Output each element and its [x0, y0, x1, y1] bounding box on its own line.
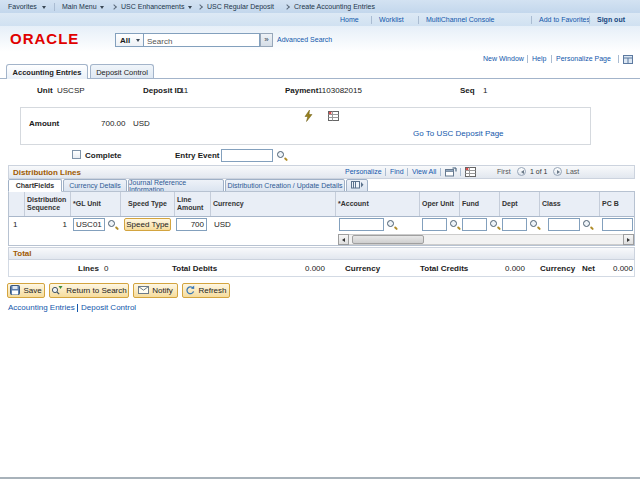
sign-out-link[interactable]: Sign out	[597, 16, 625, 23]
prev-row-icon[interactable]	[517, 167, 526, 176]
footer-deposit-control-link[interactable]: Deposit Control	[81, 303, 136, 312]
search-placeholder: Search	[147, 36, 172, 47]
unit-value: USCSP	[57, 86, 85, 95]
multichannel-console-link[interactable]: MultiChannel Console	[426, 16, 494, 23]
total-debits-label: Total Debits	[172, 264, 217, 273]
dropdown-caret-icon[interactable]	[188, 6, 192, 9]
save-button[interactable]: Save	[7, 283, 45, 298]
return-to-search-button[interactable]: Return to Search	[49, 283, 129, 298]
nav-first-label[interactable]: First	[497, 168, 511, 175]
scroll-left-button[interactable]	[338, 234, 349, 245]
grid-tab-label: Currency Details	[69, 182, 121, 189]
distribution-grid: Distribution Sequence *GL Unit Speed Typ…	[8, 191, 635, 246]
amount-label: Amount	[29, 119, 59, 128]
tab-deposit-control[interactable]: Deposit Control	[90, 64, 154, 79]
refresh-button[interactable]: Refresh	[182, 283, 230, 298]
dept-input[interactable]	[502, 218, 527, 231]
col-rownum	[9, 192, 25, 216]
layout-grid-icon[interactable]	[623, 55, 633, 66]
nav-last-label[interactable]: Last	[566, 168, 579, 175]
breadcrumb-current-page: Create Accounting Entries	[294, 3, 375, 10]
lines-value: 0	[104, 264, 108, 273]
pc-bus-unit-input[interactable]	[602, 218, 633, 231]
search-go-button[interactable]: »	[260, 33, 273, 47]
lookup-icon[interactable]	[489, 219, 500, 230]
col-line-amount: Line Amount	[175, 192, 211, 216]
lookup-icon[interactable]	[107, 219, 118, 230]
col-currency: Currency	[211, 192, 336, 216]
col-fund: Fund	[460, 192, 500, 216]
search-scope-dropdown[interactable]: All	[115, 33, 144, 47]
scroll-right-button[interactable]	[623, 234, 634, 245]
popup-window-icon[interactable]	[445, 167, 457, 179]
divider	[371, 16, 372, 24]
view-all-link[interactable]: View All	[412, 168, 436, 175]
speed-type-button[interactable]: Speed Type	[124, 218, 171, 231]
fund-input[interactable]	[462, 218, 487, 231]
account-input[interactable]	[339, 218, 384, 231]
payment-value: 1103082015	[318, 86, 362, 95]
complete-label: Complete	[85, 151, 121, 160]
complete-checkbox[interactable]	[72, 150, 81, 159]
seq-value: 1	[483, 86, 487, 95]
gl-unit-input[interactable]: USC01	[73, 218, 105, 231]
row-currency-value: USD	[214, 220, 231, 229]
worklist-link[interactable]: Worklist	[379, 16, 404, 23]
oper-unit-input[interactable]	[422, 218, 447, 231]
advanced-search-link[interactable]: Advanced Search	[277, 36, 332, 43]
window-bottom-edge	[0, 477, 640, 479]
download-grid-icon[interactable]	[465, 167, 476, 179]
nav-position: 1 of 1	[530, 168, 548, 175]
col-dept: Dept	[500, 192, 540, 216]
dropdown-caret-icon[interactable]	[42, 6, 46, 9]
show-all-columns-icon	[351, 181, 364, 190]
entry-event-input[interactable]	[221, 149, 273, 162]
find-link[interactable]: Find	[390, 168, 404, 175]
search-input[interactable]: Search	[143, 33, 260, 47]
notify-button[interactable]: Notify	[133, 283, 178, 298]
seq-label: Seq	[460, 86, 475, 95]
scroll-left-arrow-icon	[342, 238, 345, 242]
lookup-icon[interactable]	[276, 150, 287, 161]
next-row-icon[interactable]	[553, 167, 562, 176]
personalize-link[interactable]: Personalize	[345, 168, 382, 175]
divider	[531, 16, 532, 24]
divider	[460, 168, 461, 176]
new-window-link[interactable]: New Window	[483, 55, 524, 62]
col-account: *Account	[336, 192, 420, 216]
col-gl-unit: *GL Unit	[71, 192, 121, 216]
breadcrumb-usc-regular-deposit[interactable]: USC Regular Deposit	[207, 3, 274, 10]
add-to-favorites-link[interactable]: Add to Favorites	[539, 16, 590, 23]
divider	[418, 16, 419, 24]
deposit-id-value: 11	[180, 86, 188, 95]
breadcrumb-usc-enhancements[interactable]: USC Enhancements	[121, 3, 184, 10]
breadcrumb-favorites[interactable]: Favorites	[8, 3, 37, 10]
col-class: Class	[540, 192, 600, 216]
scrollbar-thumb[interactable]	[352, 235, 424, 244]
deposit-id-label: Deposit ID	[143, 86, 183, 95]
grid-tab-chartfields[interactable]: ChartFields	[8, 179, 62, 192]
tab-label: Deposit Control	[96, 68, 148, 77]
home-link[interactable]: Home	[340, 16, 359, 23]
lookup-icon[interactable]	[386, 219, 397, 230]
breadcrumb-main-menu[interactable]: Main Menu	[62, 3, 97, 10]
excel-grid-icon[interactable]	[328, 111, 339, 123]
dropdown-caret-icon[interactable]	[100, 6, 104, 9]
lookup-icon[interactable]	[529, 219, 540, 230]
go-to-usc-deposit-link[interactable]: Go To USC Deposit Page	[413, 129, 504, 138]
lookup-icon[interactable]	[449, 219, 460, 230]
footer-accounting-entries-link[interactable]: Accounting Entries	[8, 303, 75, 312]
lookup-icon[interactable]	[582, 219, 593, 230]
divider	[527, 55, 528, 63]
help-link[interactable]: Help	[532, 55, 546, 62]
class-input[interactable]	[548, 218, 580, 231]
grid-tab-label: ChartFields	[16, 182, 55, 189]
tab-underline	[0, 78, 640, 79]
personalize-page-link[interactable]: Personalize Page	[556, 55, 611, 62]
distribution-lines-title: Distribution Lines	[13, 168, 81, 177]
notify-label: Notify	[152, 286, 172, 295]
line-amount-input[interactable]: 700	[176, 218, 207, 231]
save-icon	[10, 285, 20, 297]
create-entries-lightning-icon[interactable]	[304, 110, 313, 124]
tab-accounting-entries[interactable]: Accounting Entries	[6, 64, 88, 79]
